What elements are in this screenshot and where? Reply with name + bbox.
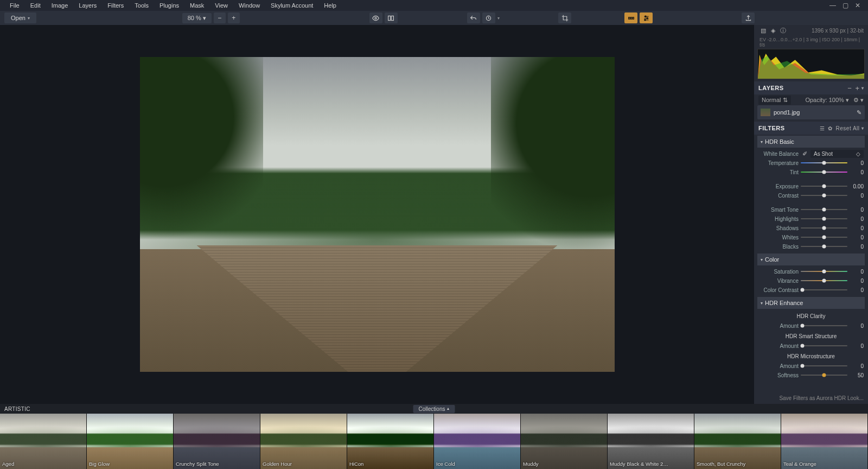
- brush-icon[interactable]: ✎: [857, 109, 861, 116]
- slider-softness[interactable]: [801, 375, 847, 376]
- menu-plugins[interactable]: Plugins: [154, 1, 184, 10]
- slider-vibrance[interactable]: [801, 280, 847, 281]
- history-icon[interactable]: [482, 12, 495, 23]
- preset-label: Muddy Black & White 2…: [610, 461, 668, 467]
- preset-category[interactable]: ARTISTIC: [4, 406, 30, 412]
- svg-rect-5: [630, 17, 631, 18]
- preset-item[interactable]: Aged: [0, 414, 87, 469]
- presets-panel: ARTISTIC Collections▴ AgedBig GlowCrunch…: [0, 404, 868, 469]
- preset-item[interactable]: Teal & Orange: [781, 414, 868, 469]
- slider-smarttone[interactable]: [801, 209, 847, 210]
- image-info-icon[interactable]: ▧: [758, 27, 768, 34]
- zoom-out-button[interactable]: −: [214, 12, 226, 23]
- section-hdr-basic[interactable]: HDR Basic: [757, 136, 865, 148]
- save-look-link[interactable]: Save Filters as Aurora HDR Look...: [754, 392, 868, 404]
- section-color[interactable]: Color: [757, 253, 865, 265]
- svg-rect-2: [391, 16, 393, 20]
- slider-exposure[interactable]: [801, 186, 847, 187]
- preset-item[interactable]: Crunchy Split Tone: [174, 414, 260, 469]
- menu-edit[interactable]: Edit: [25, 1, 46, 10]
- menu-mask[interactable]: Mask: [184, 1, 209, 10]
- slider-saturation[interactable]: [801, 271, 847, 272]
- filter-add-icon[interactable]: ✿: [828, 125, 833, 131]
- layers-info-icon[interactable]: ◈: [768, 27, 778, 34]
- layer-row[interactable]: pond1.jpg ✎: [757, 105, 865, 119]
- opacity-label: Opacity:: [805, 97, 827, 103]
- eyedropper-icon[interactable]: ✐: [801, 150, 808, 157]
- layer-name: pond1.jpg: [774, 109, 853, 116]
- zoom-in-button[interactable]: +: [228, 12, 240, 23]
- wb-select[interactable]: As Shot◇: [810, 150, 864, 158]
- preset-label: Smooth, But Crunchy: [697, 461, 745, 467]
- slider-clarity-amount[interactable]: [801, 325, 847, 326]
- menu-help[interactable]: Help: [318, 1, 342, 10]
- menu-tools[interactable]: Tools: [129, 1, 154, 10]
- filters-header[interactable]: FILTERS ☰ ✿ Reset All: [754, 122, 868, 135]
- maximize-icon[interactable]: ▢: [839, 0, 852, 11]
- preset-label: Ice Cold: [436, 461, 455, 467]
- menu-image[interactable]: Image: [46, 1, 74, 10]
- layer-thumb: [761, 109, 770, 116]
- menu-view[interactable]: View: [209, 1, 233, 10]
- wb-label: White Balance: [758, 151, 799, 157]
- slider-temperature[interactable]: [801, 162, 847, 163]
- preset-item[interactable]: HiCon: [347, 414, 434, 469]
- undo-icon[interactable]: [467, 12, 480, 23]
- menu-file[interactable]: File: [4, 1, 25, 10]
- preview-icon[interactable]: [369, 12, 382, 23]
- adjust-panel-icon[interactable]: [640, 12, 653, 23]
- slider-highlights[interactable]: [801, 218, 847, 219]
- open-button[interactable]: Open: [4, 12, 36, 23]
- preset-label: HiCon: [349, 461, 363, 467]
- minimize-icon[interactable]: —: [826, 0, 839, 11]
- opacity-value[interactable]: 100% ▾: [829, 97, 849, 104]
- share-icon[interactable]: [742, 12, 755, 23]
- canvas-area[interactable]: [0, 25, 754, 404]
- sub-smart: HDR Smart Structure: [758, 331, 864, 340]
- zoom-display[interactable]: 80 % ▾: [182, 13, 212, 23]
- preset-label: Crunchy Split Tone: [176, 461, 219, 467]
- menu-filters[interactable]: Filters: [102, 1, 129, 10]
- svg-rect-4: [629, 17, 630, 18]
- slider-blacks[interactable]: [801, 246, 847, 247]
- blend-mode[interactable]: Normal ⇅: [758, 96, 791, 105]
- info-icon[interactable]: ⓘ: [778, 27, 788, 35]
- collections-button[interactable]: Collections▴: [413, 405, 455, 413]
- histogram[interactable]: [757, 49, 865, 79]
- layers-header[interactable]: LAYERS −+: [754, 81, 868, 94]
- filter-menu-icon[interactable]: ☰: [820, 125, 825, 131]
- menu-window[interactable]: Window: [233, 1, 265, 10]
- slider-tint[interactable]: [801, 172, 847, 173]
- preset-item[interactable]: Smooth, But Crunchy: [694, 414, 781, 469]
- presets-panel-icon[interactable]: [624, 12, 637, 23]
- svg-rect-1: [388, 16, 391, 20]
- side-panel: ▧ ◈ ⓘ 1396 x 930 px | 32-bit EV -2.0…0.0…: [754, 25, 868, 404]
- photo-preview: [140, 57, 615, 372]
- preset-label: Golden Hour: [263, 461, 292, 467]
- compare-icon[interactable]: [385, 12, 398, 23]
- reset-all[interactable]: Reset All: [836, 125, 860, 131]
- menu-account[interactable]: Skylum Account: [265, 1, 318, 10]
- slider-contrast[interactable]: [801, 195, 847, 196]
- sub-micro: HDR Microstructure: [758, 351, 864, 360]
- preset-item[interactable]: Muddy Black & White 2…: [608, 414, 694, 469]
- slider-smart-amount[interactable]: [801, 345, 847, 346]
- collapse-icon[interactable]: −: [847, 84, 852, 92]
- slider-shadows[interactable]: [801, 227, 847, 229]
- preset-label: Muddy: [523, 461, 539, 467]
- slider-color-contrast[interactable]: [801, 289, 847, 290]
- preset-item[interactable]: Golden Hour: [260, 414, 347, 469]
- crop-icon[interactable]: [558, 12, 571, 23]
- slider-micro-amount[interactable]: [801, 365, 847, 366]
- preset-item[interactable]: Big Glow: [87, 414, 174, 469]
- preset-label: Big Glow: [89, 461, 110, 467]
- section-hdr-enhance[interactable]: HDR Enhance: [757, 297, 865, 309]
- preset-label: Teal & Orange: [783, 461, 816, 467]
- menu-layers[interactable]: Layers: [73, 1, 102, 10]
- add-layer-icon[interactable]: +: [855, 84, 859, 92]
- preset-item[interactable]: Ice Cold: [434, 414, 521, 469]
- layer-settings-icon[interactable]: ⚙ ▾: [853, 97, 864, 104]
- slider-whites[interactable]: [801, 237, 847, 238]
- close-icon[interactable]: ✕: [852, 0, 864, 11]
- preset-item[interactable]: Muddy: [521, 414, 608, 469]
